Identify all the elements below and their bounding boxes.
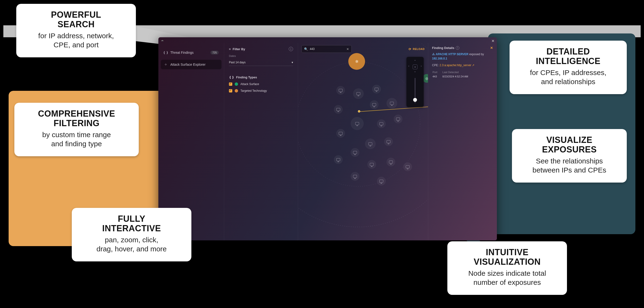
node-device[interactable]: [334, 155, 342, 164]
monitor-icon: [356, 92, 360, 95]
details-summary: 🖧 APACHE HTTP SERVER exposed by 192.168.…: [432, 52, 493, 61]
fingerprint-icon: ◎: [425, 76, 428, 80]
t: VISUALIZATION: [474, 257, 541, 267]
callout-filter: COMPREHENSIVEFILTERING by custom time ra…: [14, 103, 139, 156]
search-field[interactable]: 🔍 ✕: [302, 45, 352, 53]
app-window: ☁ ✕ ❪❫ Threat Findings 725 ✧ Attack Surf…: [158, 37, 497, 240]
t: INTELLIGENCE: [536, 56, 600, 66]
external-link-icon[interactable]: ↗: [472, 63, 474, 67]
monitor-icon: [370, 163, 374, 166]
node-device[interactable]: [368, 160, 376, 169]
date-range-select[interactable]: Past 14 days ▾: [229, 59, 293, 66]
info-icon[interactable]: i: [456, 46, 459, 50]
node-device[interactable]: [351, 148, 359, 157]
monitor-icon: [355, 122, 359, 125]
details-title: Finding Details: [432, 46, 454, 50]
clear-search-icon[interactable]: ✕: [346, 47, 349, 51]
hub-node[interactable]: [358, 110, 360, 113]
node-device[interactable]: [386, 98, 397, 108]
checkbox-checked-icon[interactable]: [229, 82, 232, 86]
finding-details-panel: Finding Details i ✕ 🖧 APACHE HTTP SERVER…: [428, 43, 497, 240]
node-device[interactable]: [403, 162, 412, 171]
d: for CPEs, IP addresses, and relationship…: [520, 68, 617, 86]
filter-icon: ≡: [229, 47, 231, 51]
t: VISUALIZE: [546, 135, 592, 145]
node-device[interactable]: [353, 88, 364, 99]
th-detected: Last Detected: [442, 71, 492, 74]
t: INTERACTIVE: [102, 223, 161, 233]
node-device[interactable]: [365, 139, 376, 149]
node-device[interactable]: [351, 172, 359, 181]
node-device[interactable]: [372, 85, 381, 93]
server-icon: 🖧: [432, 52, 435, 56]
app-titlebar: ☁: [158, 37, 497, 43]
node-device[interactable]: [336, 129, 345, 138]
zoom-slider[interactable]: [414, 78, 416, 103]
td-detected: 8/23/2024 4:52:24 AM: [442, 75, 492, 78]
reload-icon: ⟳: [408, 47, 412, 51]
cloud-icon: ☁: [161, 38, 164, 42]
zoom-slider-thumb[interactable]: [413, 98, 417, 102]
node-targeted[interactable]: ✲: [348, 53, 365, 70]
type-label: Targeted Technology: [240, 89, 267, 92]
monitor-icon: [336, 158, 340, 161]
graph-canvas[interactable]: 🔍 ✕ ⟳ RELOAD ✲ ◎: [298, 43, 428, 240]
search-input[interactable]: [310, 47, 344, 51]
node-device[interactable]: [377, 177, 386, 185]
close-panel-icon[interactable]: ✕: [490, 46, 493, 50]
type-label: Attack Surface: [240, 82, 259, 86]
node-device[interactable]: [377, 119, 386, 128]
d: pan, zoom, click, drag, hover, and more: [82, 235, 181, 253]
details-header: Finding Details i ✕: [432, 46, 493, 50]
node-device[interactable]: [386, 158, 395, 166]
info-icon[interactable]: i: [289, 47, 293, 51]
cpe-label: CPE:: [432, 63, 439, 67]
monitor-icon: [386, 140, 390, 143]
d: Node sizes indicate total number of expo…: [458, 269, 557, 287]
nav-threat-findings[interactable]: ❪❫ Threat Findings 725: [161, 48, 222, 57]
monitor-icon: [390, 102, 394, 105]
filter-header: ≡ Filter By i: [229, 47, 293, 51]
node-device[interactable]: [334, 105, 342, 114]
t: FILTERING: [54, 118, 100, 128]
pan-right-button[interactable]: ˃: [419, 64, 424, 69]
node-device[interactable]: [351, 117, 364, 130]
type-targeted-technology[interactable]: Targeted Technology: [229, 89, 293, 92]
monitor-icon: [339, 89, 342, 92]
checkbox-checked-icon[interactable]: [229, 89, 232, 92]
monitor-icon: [380, 122, 383, 125]
node-device[interactable]: [394, 115, 402, 123]
t: EXPOSURES: [542, 145, 597, 154]
pan-left-button[interactable]: ˂: [406, 64, 411, 69]
cpe-value[interactable]: 2.3:a:apache:http_server: [440, 63, 471, 67]
callout-detail: DETAILEDINTELLIGENCE for CPEs, IP addres…: [510, 41, 627, 94]
pan-down-button[interactable]: ˅: [413, 70, 418, 75]
recenter-button[interactable]: ⌖: [413, 64, 418, 69]
reload-button[interactable]: ⟳ RELOAD: [408, 47, 425, 51]
bug-icon: ✲: [355, 59, 358, 64]
node-device[interactable]: [384, 137, 393, 146]
pan-up-button[interactable]: ˄: [413, 59, 418, 63]
t: FULLY: [118, 214, 145, 224]
nav-label: Threat Findings: [170, 51, 194, 54]
reload-label: RELOAD: [413, 47, 425, 50]
d: for IP address, network, CPE, and port: [26, 31, 126, 49]
filter-panel: ≡ Filter By i Dates Past 14 days ▾ ❪❫ Fi…: [224, 43, 298, 240]
nav-attack-surface-explorer[interactable]: ✧ Attack Surface Explorer: [161, 60, 222, 69]
exposed-by-label: exposed by: [469, 52, 484, 56]
monitor-icon: [380, 180, 383, 183]
node-device[interactable]: [336, 86, 345, 95]
chevron-down-icon: ▾: [292, 61, 293, 64]
node-device[interactable]: [370, 100, 378, 109]
nav-count-badge: 725: [210, 51, 219, 54]
monitor-icon: [353, 151, 357, 154]
d: See the relationships between IPs and CP…: [522, 157, 617, 174]
monitor-icon: [389, 161, 393, 163]
close-icon[interactable]: ✕: [491, 39, 494, 43]
ip-address[interactable]: 192.168.0.1: [432, 57, 447, 60]
types-icon: ❪❫: [229, 75, 234, 79]
type-attack-surface[interactable]: Attack Surface: [229, 82, 293, 86]
th-port: Port: [432, 71, 442, 74]
t: SEARCH: [58, 19, 94, 29]
callout-search: POWERFULSEARCH for IP address, network, …: [16, 4, 136, 57]
